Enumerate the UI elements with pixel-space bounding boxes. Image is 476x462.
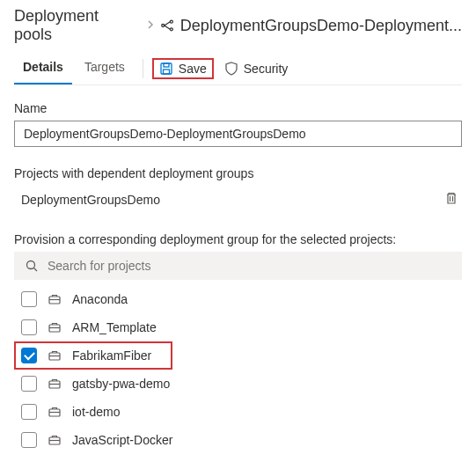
project-name: Anaconda (72, 292, 128, 306)
project-name: gatsby-pwa-demo (72, 377, 170, 391)
dependent-section: Projects with dependent deployment group… (14, 166, 462, 213)
svg-point-6 (27, 261, 35, 269)
trash-icon (444, 191, 458, 205)
project-checkbox[interactable] (21, 432, 37, 448)
toolbar: Details Targets Save Security (14, 53, 462, 85)
project-row[interactable]: iot-demo (14, 398, 462, 426)
svg-point-2 (170, 28, 172, 31)
search-icon (25, 259, 39, 273)
project-name: iot-demo (72, 405, 120, 419)
name-input[interactable] (14, 121, 462, 147)
save-icon (159, 62, 173, 76)
project-name: JavaScript-Docker (72, 433, 172, 447)
save-label: Save (179, 62, 207, 76)
project-name: ARM_Template (72, 320, 157, 334)
briefcase-icon (48, 320, 62, 334)
project-name: FabrikamFiber (72, 348, 151, 363)
search-box[interactable] (14, 252, 462, 280)
briefcase-icon (48, 377, 62, 391)
project-checkbox[interactable] (21, 404, 37, 420)
breadcrumb-root[interactable]: Deployment pools (14, 7, 141, 44)
save-button[interactable]: Save (152, 58, 214, 79)
project-row[interactable]: gatsby-pwa-demo (14, 370, 462, 398)
briefcase-icon (48, 405, 62, 419)
name-label: Name (14, 101, 462, 115)
deployment-group-icon (160, 18, 175, 33)
chevron-right-icon (146, 19, 155, 32)
project-checkbox[interactable] (21, 319, 37, 335)
svg-rect-4 (164, 63, 169, 67)
dependent-label: Projects with dependent deployment group… (14, 166, 462, 180)
tab-targets[interactable]: Targets (76, 53, 134, 84)
delete-button[interactable] (444, 191, 458, 208)
provision-section: Provision a corresponding deployment gro… (14, 232, 462, 454)
svg-point-1 (170, 20, 172, 23)
security-button[interactable]: Security (217, 58, 296, 79)
breadcrumb-leaf: DeploymentGroupsDemo-Deployment... (160, 17, 462, 35)
svg-rect-3 (161, 63, 172, 74)
svg-rect-5 (163, 70, 169, 74)
project-row[interactable]: JavaScript-Docker (14, 426, 462, 454)
separator (143, 59, 143, 78)
project-row[interactable]: Anaconda (14, 285, 462, 313)
svg-line-7 (34, 268, 38, 272)
briefcase-icon (48, 433, 62, 447)
project-row[interactable]: ARM_Template (14, 313, 462, 341)
shield-icon (224, 62, 238, 76)
briefcase-icon (48, 292, 62, 306)
briefcase-icon (48, 348, 62, 363)
dependent-project-name: DeploymentGroupsDemo (21, 193, 160, 207)
project-checkbox[interactable] (21, 348, 37, 363)
name-section: Name (14, 101, 462, 147)
security-label: Security (244, 62, 289, 76)
svg-point-0 (161, 25, 164, 27)
search-input[interactable] (48, 259, 451, 273)
dependent-row: DeploymentGroupsDemo (14, 186, 462, 213)
tab-details[interactable]: Details (14, 53, 72, 84)
breadcrumb-leaf-text: DeploymentGroupsDemo-Deployment... (180, 17, 462, 35)
provision-label: Provision a corresponding deployment gro… (14, 232, 462, 246)
breadcrumb: Deployment pools DeploymentGroupsDemo-De… (14, 7, 462, 44)
project-checkbox[interactable] (21, 376, 37, 392)
project-checkbox[interactable] (21, 291, 37, 307)
project-list: Anaconda ARM_Template FabrikamFiber gats… (14, 285, 462, 454)
project-row[interactable]: FabrikamFiber (14, 341, 172, 370)
